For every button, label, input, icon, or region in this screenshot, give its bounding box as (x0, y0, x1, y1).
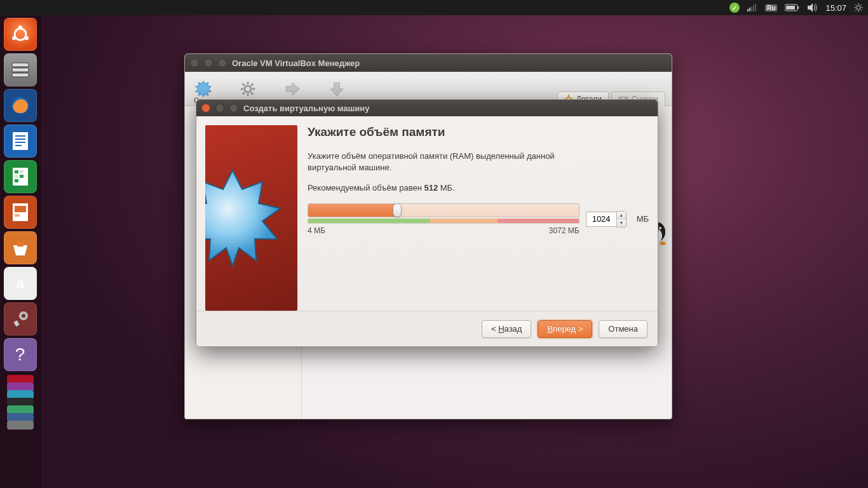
wizard-titlebar[interactable]: Создать виртуальную машину (196, 100, 658, 116)
svg-marker-68 (205, 170, 280, 266)
launcher-help[interactable]: ? (4, 338, 37, 371)
svg-rect-4 (755, 4, 756, 11)
svg-rect-3 (753, 5, 754, 11)
memory-unit-label: МБ (637, 214, 649, 224)
memory-input[interactable] (586, 212, 616, 227)
main-window-title: Oracle VM VirtualBox Менеджер (232, 58, 360, 68)
svg-point-45 (245, 86, 251, 92)
minimize-icon[interactable] (204, 58, 213, 67)
battery-icon[interactable] (785, 4, 800, 11)
wizard-content: Укажите объём памяти Укажите объём опера… (308, 125, 649, 302)
discard-vm-icon[interactable] (326, 78, 348, 100)
svg-rect-34 (15, 175, 18, 178)
svg-rect-41 (13, 320, 19, 327)
maximize-icon[interactable] (218, 58, 227, 67)
svg-line-51 (251, 92, 254, 94)
launcher-writer[interactable] (4, 125, 37, 158)
svg-point-9 (857, 6, 860, 10)
system-menu-icon[interactable] (854, 3, 863, 12)
svg-rect-26 (13, 132, 28, 150)
svg-point-67 (660, 241, 666, 245)
launcher-files[interactable] (4, 53, 37, 86)
wizard-footer: < Назад Вперед > Отмена (196, 311, 658, 346)
create-vm-wizard-dialog: Создать виртуальную машину Укажите объём… (196, 99, 658, 347)
svg-rect-38 (15, 206, 26, 212)
svg-point-19 (18, 25, 22, 29)
svg-rect-6 (797, 6, 799, 9)
svg-rect-39 (15, 214, 20, 217)
svg-line-16 (855, 10, 857, 11)
svg-rect-23 (12, 68, 29, 72)
launcher-impress[interactable] (4, 196, 37, 229)
wizard-heading: Укажите объём памяти (308, 125, 649, 139)
top-menu-bar: ✓ Ru 15:07 (0, 0, 868, 15)
launcher-overflow-stack[interactable] (3, 375, 37, 432)
launcher-amazon[interactable]: a (4, 267, 37, 300)
clock[interactable]: 15:07 (825, 3, 846, 13)
svg-rect-35 (20, 175, 24, 178)
launcher-settings[interactable] (4, 302, 37, 336)
minimize-icon[interactable] (215, 104, 224, 112)
svg-point-43 (22, 314, 25, 318)
spin-up-icon[interactable]: ▲ (617, 212, 626, 219)
wizard-side-image (205, 125, 297, 311)
svg-marker-44 (195, 81, 211, 97)
start-vm-icon[interactable] (281, 78, 303, 100)
maximize-icon[interactable] (229, 104, 238, 112)
svg-line-14 (855, 4, 857, 6)
svg-point-18 (15, 29, 26, 40)
wizard-title: Создать виртуальную машину (243, 104, 369, 113)
close-icon[interactable] (190, 58, 199, 67)
launcher-firefox[interactable] (4, 89, 37, 122)
slider-max-label: 3072 МБ (549, 226, 580, 235)
svg-rect-7 (786, 6, 795, 10)
svg-rect-40 (17, 241, 24, 247)
svg-line-17 (860, 4, 862, 6)
unity-launcher: a ? (0, 15, 41, 488)
svg-point-20 (12, 36, 16, 40)
close-icon[interactable] (201, 104, 210, 112)
svg-rect-36 (15, 179, 18, 182)
svg-rect-24 (12, 73, 29, 77)
memory-slider[interactable] (308, 203, 580, 217)
svg-line-53 (251, 83, 254, 86)
svg-rect-32 (15, 170, 18, 173)
slider-thumb[interactable] (393, 203, 402, 217)
main-window-titlebar[interactable]: Oracle VM VirtualBox Менеджер (185, 54, 672, 72)
svg-rect-2 (751, 6, 752, 11)
network-icon[interactable] (747, 4, 757, 11)
settings-vm-icon[interactable] (237, 78, 259, 100)
launcher-calc[interactable] (4, 160, 37, 193)
svg-marker-8 (808, 3, 813, 12)
status-ok-icon[interactable]: ✓ (729, 3, 740, 13)
svg-rect-33 (20, 170, 24, 173)
svg-line-50 (243, 83, 245, 86)
next-button[interactable]: Вперед > (538, 320, 592, 338)
svg-rect-1 (749, 8, 750, 11)
memory-spinbox: ▲ ▼ (586, 211, 627, 227)
slider-min-label: 4 МБ (308, 226, 325, 235)
wizard-recommended: Рекомендуемый объём равен 512 МБ. (308, 182, 600, 194)
keyboard-layout-indicator[interactable]: Ru (765, 4, 777, 11)
launcher-dash[interactable] (4, 18, 37, 51)
sound-icon[interactable] (808, 3, 818, 12)
cancel-button[interactable]: Отмена (599, 320, 648, 338)
svg-point-21 (25, 36, 29, 40)
svg-rect-22 (12, 63, 29, 67)
svg-line-52 (243, 92, 245, 94)
launcher-software-center[interactable] (4, 231, 37, 264)
spin-down-icon[interactable]: ▼ (617, 219, 626, 227)
back-button[interactable]: < Назад (482, 320, 531, 338)
svg-point-64 (659, 227, 661, 229)
svg-line-15 (860, 10, 862, 11)
wizard-description: Укажите объём оперативной памяти (RAM) в… (308, 151, 600, 173)
svg-rect-0 (747, 9, 749, 11)
